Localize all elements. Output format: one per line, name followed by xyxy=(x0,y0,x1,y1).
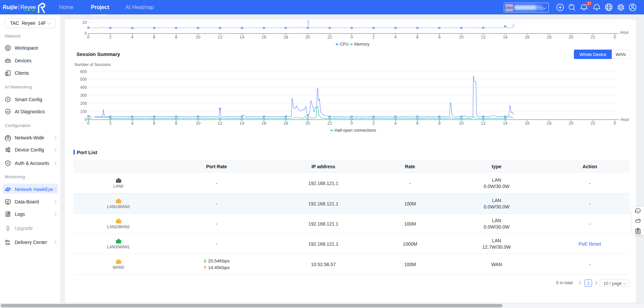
svg-text:20: 20 xyxy=(306,35,310,40)
svg-text:10: 10 xyxy=(196,121,201,126)
svg-text:AI: AI xyxy=(7,110,9,113)
svg-text:6: 6 xyxy=(153,35,155,40)
svg-text:22: 22 xyxy=(591,35,595,40)
svg-text:0: 0 xyxy=(85,117,87,122)
svg-text:14: 14 xyxy=(503,121,507,126)
svg-text:6: 6 xyxy=(153,121,155,126)
svg-text:0: 0 xyxy=(87,35,90,40)
svg-text:8: 8 xyxy=(438,121,440,126)
svg-text:14: 14 xyxy=(503,35,507,40)
svg-text:12: 12 xyxy=(218,121,222,126)
svg-text:18: 18 xyxy=(547,121,551,126)
svg-text:Memory: Memory xyxy=(354,42,370,47)
svg-text:100: 100 xyxy=(80,109,87,114)
svg-text:2: 2 xyxy=(372,121,375,126)
svg-text:0: 0 xyxy=(87,121,90,126)
svg-text:300: 300 xyxy=(80,93,87,98)
svg-text:Number of Sessions: Number of Sessions xyxy=(74,62,111,67)
svg-text:16: 16 xyxy=(525,121,530,126)
svg-text:18: 18 xyxy=(283,35,288,40)
svg-text:Hour: Hour xyxy=(621,117,629,122)
svg-text:Hour: Hour xyxy=(620,30,629,35)
svg-text:18: 18 xyxy=(547,35,551,40)
svg-text:Log: Log xyxy=(6,212,8,214)
svg-text:0: 0 xyxy=(614,35,616,40)
svg-text:0: 0 xyxy=(614,121,616,126)
svg-text:10: 10 xyxy=(196,35,201,40)
svg-text:6: 6 xyxy=(416,35,419,40)
svg-text:14: 14 xyxy=(239,121,244,126)
svg-text:22: 22 xyxy=(591,121,595,126)
svg-text:200: 200 xyxy=(80,101,87,106)
svg-text:10: 10 xyxy=(459,35,464,40)
svg-text:20: 20 xyxy=(306,121,310,126)
svg-text:12: 12 xyxy=(481,121,486,126)
svg-text:22: 22 xyxy=(327,35,332,40)
svg-text:400: 400 xyxy=(80,85,87,90)
svg-text:12: 12 xyxy=(218,35,222,40)
svg-text:4: 4 xyxy=(394,35,397,40)
svg-text:8: 8 xyxy=(175,121,177,126)
svg-text:20: 20 xyxy=(569,35,573,40)
svg-text:2: 2 xyxy=(372,35,375,40)
svg-text:22: 22 xyxy=(327,121,332,126)
svg-text:600: 600 xyxy=(80,69,87,74)
svg-text:4: 4 xyxy=(131,35,133,40)
svg-text:10: 10 xyxy=(459,121,464,126)
svg-text:14: 14 xyxy=(239,35,244,40)
svg-text:2: 2 xyxy=(109,121,111,126)
svg-text:0: 0 xyxy=(85,31,87,36)
svg-text:8: 8 xyxy=(175,35,177,40)
svg-text:0: 0 xyxy=(351,35,353,40)
svg-text:Reyee: Reyee xyxy=(20,4,36,10)
svg-text:Half-open connections: Half-open connections xyxy=(334,128,376,133)
svg-text:10: 10 xyxy=(83,20,87,25)
svg-text:16: 16 xyxy=(262,35,266,40)
svg-text:2: 2 xyxy=(109,35,111,40)
svg-text:CPU: CPU xyxy=(340,42,348,47)
svg-text:20: 20 xyxy=(569,121,573,126)
svg-text:16: 16 xyxy=(262,121,266,126)
svg-text:8: 8 xyxy=(438,35,440,40)
svg-text:12: 12 xyxy=(481,35,486,40)
svg-text:6: 6 xyxy=(416,121,419,126)
svg-text:500: 500 xyxy=(80,77,87,82)
svg-text:Ruijie: Ruijie xyxy=(3,4,17,10)
svg-text:0: 0 xyxy=(351,121,353,126)
svg-text:4: 4 xyxy=(394,121,397,126)
svg-text:16: 16 xyxy=(525,35,530,40)
svg-text:18: 18 xyxy=(283,121,288,126)
svg-text:4: 4 xyxy=(131,121,133,126)
